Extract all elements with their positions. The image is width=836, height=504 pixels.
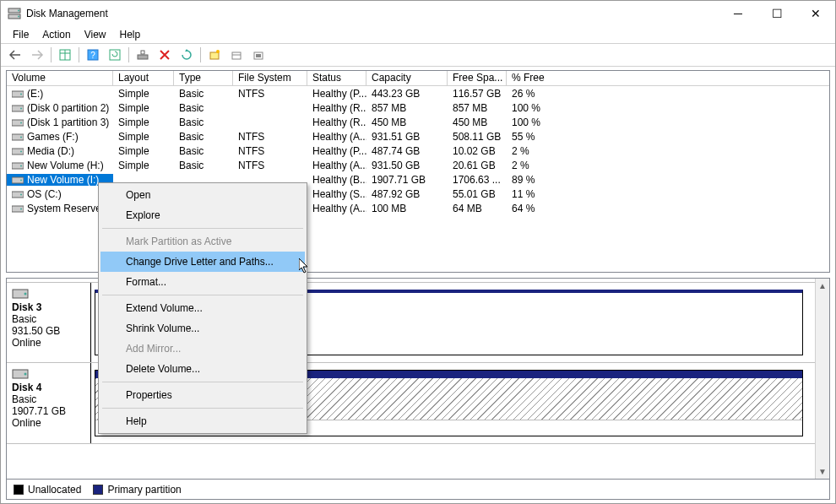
col-layout[interactable]: Layout <box>113 71 174 85</box>
new-volume-icon <box>209 49 220 61</box>
drive-icon <box>12 89 24 99</box>
drive-icon <box>12 203 24 214</box>
menu-action[interactable]: Action <box>37 27 75 42</box>
refresh-icon <box>109 49 121 61</box>
svg-rect-17 <box>256 54 261 57</box>
delete-icon <box>160 50 170 60</box>
svg-point-29 <box>20 165 22 166</box>
col-pct-free[interactable]: % Free <box>507 71 583 85</box>
toolbar: ? <box>1 43 835 67</box>
scrollbar-thumb[interactable] <box>816 293 829 464</box>
svg-point-39 <box>24 373 27 376</box>
back-arrow-icon <box>8 50 22 60</box>
col-filesystem[interactable]: File System <box>233 71 307 85</box>
vertical-scrollbar[interactable]: ▲ ▼ <box>815 279 829 479</box>
svg-rect-14 <box>232 52 241 59</box>
col-status[interactable]: Status <box>307 71 366 85</box>
svg-point-25 <box>20 136 22 138</box>
minimize-button[interactable]: ─ <box>719 1 757 26</box>
disk-management-icon <box>8 7 21 20</box>
ctx-open[interactable]: Open <box>100 185 305 205</box>
help-button[interactable]: ? <box>83 46 103 64</box>
help-icon: ? <box>87 49 99 61</box>
legend: Unallocated Primary partition <box>6 480 830 500</box>
volume-list-header: Volume Layout Type File System Status Ca… <box>7 71 829 86</box>
drive-icon <box>12 146 24 156</box>
menu-file[interactable]: File <box>8 27 34 42</box>
format-icon <box>231 49 242 61</box>
svg-point-37 <box>24 293 27 295</box>
rescan-icon <box>137 49 149 61</box>
scroll-up-icon[interactable]: ▲ <box>816 279 829 293</box>
disk-name: Disk 4 <box>12 382 41 393</box>
show-hide-button[interactable] <box>55 46 75 64</box>
volume-row[interactable]: (Disk 0 partition 2)SimpleBasicHealthy (… <box>7 100 829 115</box>
legend-unallocated: Unallocated <box>14 484 81 496</box>
svg-point-23 <box>20 122 22 123</box>
scroll-down-icon[interactable]: ▼ <box>816 464 829 479</box>
close-button[interactable]: ✕ <box>796 1 835 26</box>
svg-rect-12 <box>210 52 219 59</box>
maximize-button[interactable]: ☐ <box>757 1 796 26</box>
ctx-format[interactable]: Format... <box>100 272 305 292</box>
ctx-shrink-volume[interactable]: Shrink Volume... <box>100 318 305 339</box>
col-capacity[interactable]: Capacity <box>366 71 448 85</box>
ctx-explore[interactable]: Explore <box>100 205 305 225</box>
svg-point-31 <box>20 179 22 181</box>
col-free-space[interactable]: Free Spa... <box>448 71 507 85</box>
menu-help[interactable]: Help <box>115 27 146 42</box>
ctx-help[interactable]: Help <box>100 411 305 431</box>
table-icon <box>59 49 71 61</box>
volume-row[interactable]: (E:)SimpleBasicNTFSHealthy (P...443.23 G… <box>7 86 829 100</box>
refresh-button[interactable] <box>105 46 125 64</box>
drive-icon <box>12 175 24 185</box>
disk-label: Disk 3 Basic 931.50 GB Online <box>7 283 91 362</box>
col-volume[interactable]: Volume <box>7 71 113 85</box>
menu-view[interactable]: View <box>79 27 111 42</box>
volume-row[interactable]: Media (D:)SimpleBasicNTFSHealthy (P...48… <box>7 144 829 158</box>
ctx-extend-volume[interactable]: Extend Volume... <box>100 298 305 318</box>
drive-icon <box>12 189 24 199</box>
volume-row[interactable]: (Disk 1 partition 3)SimpleBasicHealthy (… <box>7 115 829 129</box>
disk-icon <box>12 288 29 300</box>
disk-icon <box>12 368 29 380</box>
rescan-button[interactable] <box>133 46 153 64</box>
format-button[interactable] <box>226 46 247 64</box>
svg-point-19 <box>20 93 22 95</box>
svg-point-3 <box>18 16 19 18</box>
drive-letter-button[interactable] <box>248 46 269 64</box>
ctx-change-drive-letter[interactable]: Change Drive Letter and Paths... <box>100 252 305 272</box>
ctx-mark-active: Mark Partition as Active <box>100 231 305 252</box>
refresh-disk-icon <box>181 49 193 61</box>
delete-button[interactable] <box>155 46 175 64</box>
disk-label: Disk 4 Basic 1907.71 GB Online <box>7 363 91 443</box>
volume-row[interactable]: Games (F:)SimpleBasicNTFSHealthy (A...93… <box>7 129 829 144</box>
svg-point-21 <box>20 107 22 109</box>
svg-point-2 <box>18 10 19 12</box>
disk-name: Disk 3 <box>12 301 41 313</box>
menubar: File Action View Help <box>1 26 835 43</box>
ctx-properties[interactable]: Properties <box>100 385 305 405</box>
back-button[interactable] <box>5 46 25 64</box>
legend-primary: Primary partition <box>93 484 181 496</box>
ctx-delete-volume[interactable]: Delete Volume... <box>100 359 305 379</box>
volume-row[interactable]: New Volume (H:)SimpleBasicNTFSHealthy (A… <box>7 158 829 172</box>
drive-icon <box>12 103 24 113</box>
context-menu: Open Explore Mark Partition as Active Ch… <box>98 182 307 434</box>
svg-rect-11 <box>141 51 144 54</box>
refresh-disk-button[interactable] <box>176 46 197 64</box>
window-title: Disk Management <box>26 8 719 19</box>
svg-point-27 <box>20 150 22 152</box>
svg-text:?: ? <box>90 51 95 60</box>
col-type[interactable]: Type <box>174 71 233 85</box>
titlebar: Disk Management ─ ☐ ✕ <box>1 1 835 26</box>
new-volume-button[interactable] <box>204 46 225 64</box>
svg-point-35 <box>20 208 22 209</box>
drive-letter-icon <box>252 49 264 61</box>
forward-button[interactable] <box>27 46 47 64</box>
forward-arrow-icon <box>30 50 44 60</box>
svg-point-13 <box>216 50 220 53</box>
drive-icon <box>12 132 24 142</box>
drive-icon <box>12 160 24 171</box>
drive-icon <box>12 117 24 127</box>
